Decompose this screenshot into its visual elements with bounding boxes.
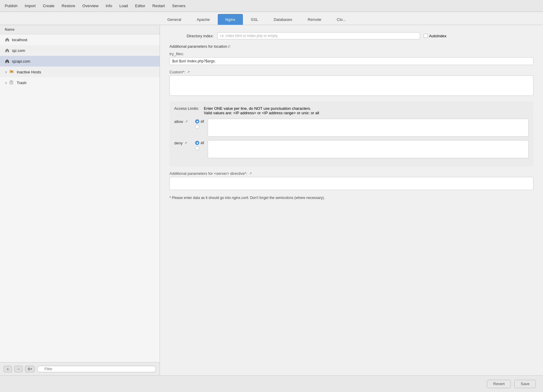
- custom-label: Custom*: ↗: [169, 70, 533, 74]
- note-text: * Please enter data as it should go into…: [169, 196, 533, 200]
- top-bar: Publish Import Create Restore Overview I…: [0, 0, 543, 12]
- main-area: Name localhost sjz.com: [0, 25, 543, 375]
- sidebar-item-sjz[interactable]: sjz.com: [0, 45, 160, 56]
- gear-button[interactable]: ⚙▾: [25, 366, 35, 372]
- allow-label-wrap: allow ↗: [174, 119, 195, 124]
- info-menu[interactable]: Info: [106, 4, 112, 8]
- try-files-section: try_files:: [169, 52, 533, 65]
- server-directive-textarea[interactable]: [169, 177, 533, 190]
- additional-params-title: Additional parameters for location /:: [169, 44, 231, 49]
- sjz-label: sjz.com: [12, 48, 25, 53]
- sidebar-list: localhost sjz.com sjzapi.com: [0, 34, 160, 362]
- allow-radio-all-label: all: [200, 119, 204, 124]
- deny-radio-all-label: all: [200, 141, 204, 145]
- trash-label: Trash: [17, 81, 27, 85]
- allow-radio-custom-row: [195, 125, 204, 129]
- bottom-bar: Revert Save: [0, 375, 543, 392]
- access-limits-section: Access Limits: Enter ONE value per line,…: [169, 101, 533, 166]
- additional-params-header: Additional parameters for location /:: [169, 44, 533, 49]
- deny-radio-group: all: [195, 140, 204, 152]
- sidebar-footer: + − ⚙▾ 🔍: [0, 362, 160, 375]
- save-button[interactable]: Save: [514, 380, 536, 388]
- sidebar-item-localhost[interactable]: localhost: [0, 34, 160, 45]
- sidebar-item-sjzapi[interactable]: sjzapi.com: [0, 56, 160, 67]
- load-menu[interactable]: Load: [119, 4, 128, 8]
- try-files-input[interactable]: [169, 57, 533, 65]
- chevron-right-icon: [5, 70, 8, 74]
- add-button[interactable]: +: [4, 366, 12, 372]
- inactive-hosts-label: Inactive Hosts: [17, 70, 41, 74]
- trash-icon: [10, 80, 14, 85]
- custom-textarea[interactable]: [169, 75, 533, 96]
- deny-radio-custom[interactable]: [195, 146, 199, 150]
- remove-button[interactable]: −: [14, 366, 23, 372]
- restart-menu[interactable]: Restart: [152, 4, 165, 8]
- allow-label: allow: [174, 119, 183, 124]
- house-icon-3: [5, 59, 10, 64]
- access-limits-title: Access Limits:: [174, 106, 199, 111]
- custom-expand-icon[interactable]: ↗: [187, 70, 190, 74]
- allow-radio-group: all: [195, 119, 204, 130]
- autoindex-label: AutoIndex: [429, 34, 447, 38]
- tab-remote[interactable]: Remote: [300, 14, 329, 25]
- overview-menu[interactable]: Overview: [82, 4, 98, 8]
- house-icon: [5, 37, 10, 42]
- sidebar-item-trash[interactable]: Trash: [0, 77, 160, 88]
- allow-textarea[interactable]: [208, 119, 529, 137]
- sidebar: Name localhost sjz.com: [0, 25, 160, 375]
- access-limits-hint: Enter ONE value per line, do NOT use pun…: [204, 106, 319, 115]
- deny-label-wrap: deny ↗: [174, 140, 195, 145]
- allow-row: allow ↗ all: [174, 119, 529, 137]
- hint-line1: Enter ONE value per line, do NOT use pun…: [204, 106, 319, 111]
- deny-radio-all[interactable]: [195, 141, 199, 145]
- sidebar-item-inactive-hosts[interactable]: Inactive Hosts: [0, 67, 160, 77]
- publish-menu[interactable]: Publish: [5, 4, 18, 8]
- directory-index-label: Directory index:: [169, 34, 217, 38]
- tab-general[interactable]: General: [160, 14, 189, 25]
- custom-section: Custom*: ↗: [169, 70, 533, 97]
- restore-menu[interactable]: Restore: [62, 4, 75, 8]
- allow-expand-icon[interactable]: ↗: [185, 120, 188, 124]
- import-menu[interactable]: Import: [25, 4, 36, 8]
- tab-bar: General Apache Nginx SSL Databases Remot…: [0, 12, 543, 25]
- deny-radio-custom-row: [195, 146, 204, 150]
- autoindex-checkbox[interactable]: [424, 34, 428, 38]
- tab-ssl[interactable]: SSL: [243, 14, 266, 25]
- access-limits-header: Access Limits: Enter ONE value per line,…: [174, 106, 529, 115]
- deny-expand-icon[interactable]: ↗: [184, 141, 187, 145]
- allow-radio-all[interactable]: [195, 119, 199, 124]
- server-directive-section: Additional parameters for <server> direc…: [169, 171, 533, 191]
- house-icon-2: [5, 48, 10, 53]
- deny-textarea[interactable]: [208, 140, 529, 158]
- tab-nginx[interactable]: Nginx: [218, 14, 243, 25]
- revert-button[interactable]: Revert: [487, 380, 511, 388]
- localhost-label: localhost: [12, 38, 27, 42]
- hint-line2: Valid values are: <IP address> or <IP ad…: [204, 111, 319, 115]
- deny-label: deny: [174, 141, 183, 145]
- directory-index-row: Directory index: AutoIndex: [169, 32, 533, 39]
- deny-radio-all-row: all: [195, 141, 204, 145]
- tab-apache[interactable]: Apache: [189, 14, 217, 25]
- filter-input[interactable]: [37, 366, 156, 372]
- sjzapi-label: sjzapi.com: [12, 59, 30, 64]
- directory-index-input[interactable]: [217, 32, 420, 39]
- content-panel: Directory index: AutoIndex Additional pa…: [160, 25, 543, 375]
- servers-menu[interactable]: Servers: [172, 4, 186, 8]
- server-directive-expand-icon[interactable]: ↗: [249, 172, 252, 175]
- sidebar-header: Name: [0, 25, 160, 34]
- try-files-label: try_files:: [169, 52, 533, 56]
- allow-radio-all-row: all: [195, 119, 204, 124]
- tab-databases[interactable]: Databases: [266, 14, 300, 25]
- tab-cloud[interactable]: Clo...: [329, 14, 353, 25]
- chevron-right-icon-2: [5, 81, 8, 84]
- editor-menu[interactable]: Editor: [135, 4, 145, 8]
- folder-x-icon: [10, 70, 14, 74]
- filter-wrap: 🔍: [37, 366, 156, 372]
- server-directive-label: Additional parameters for <server> direc…: [169, 171, 533, 176]
- allow-radio-custom[interactable]: [195, 125, 199, 129]
- autoindex-wrap: AutoIndex: [424, 34, 447, 38]
- create-menu[interactable]: Create: [43, 4, 54, 8]
- deny-row: deny ↗ all: [174, 140, 529, 158]
